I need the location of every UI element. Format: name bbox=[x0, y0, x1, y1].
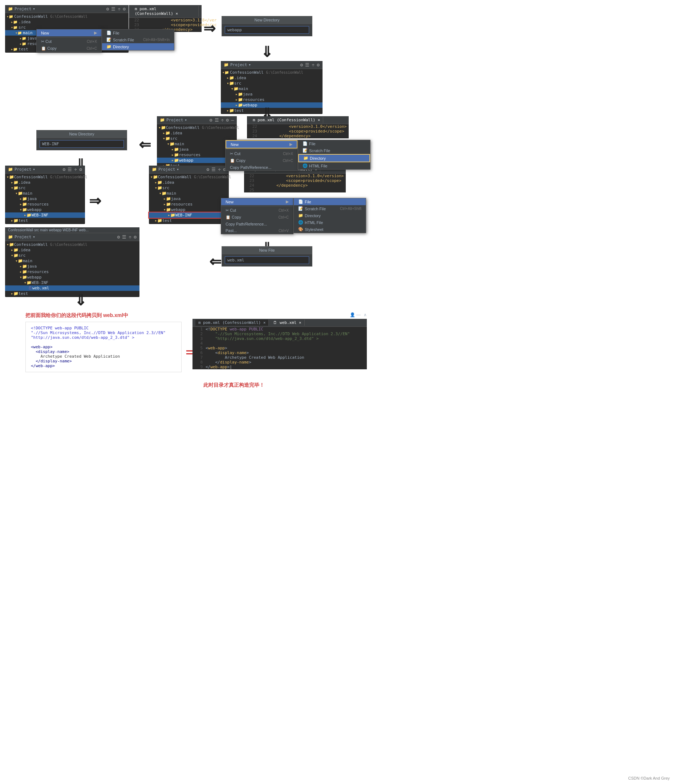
tree-java-3[interactable]: ▸📁 java bbox=[221, 92, 322, 97]
new-dir-input-webapp[interactable] bbox=[225, 26, 309, 34]
tree-src-6r[interactable]: ▾📁 src bbox=[149, 185, 229, 191]
dropdown-icon-3[interactable]: ▾ bbox=[248, 62, 251, 67]
list-icon-3[interactable]: ☰ bbox=[305, 62, 310, 68]
tree-webinf-6r[interactable]: ▸📁 WEB-INF bbox=[149, 212, 229, 218]
list-7[interactable]: ☰ bbox=[122, 234, 126, 240]
ctx-copy-4[interactable]: 📋 Copy Ctrl+C bbox=[226, 157, 297, 164]
ctx-new-1[interactable]: New ▶ bbox=[37, 30, 101, 36]
tree-test-7[interactable]: ▸📁 test bbox=[5, 291, 140, 296]
tree-res-6l[interactable]: ▸📁 resources bbox=[5, 202, 85, 207]
tree-java-7[interactable]: ▸📁 java bbox=[5, 264, 140, 269]
gear-6l[interactable]: ⚙ bbox=[63, 167, 66, 172]
tree-resources-3[interactable]: ▸📁 resources bbox=[221, 97, 322, 103]
tree-main-6r[interactable]: ▾📁 main bbox=[149, 191, 229, 196]
dropdown-icon-1[interactable]: ▾ bbox=[33, 6, 35, 11]
tree-root-6r[interactable]: ▾📁 ConfessionWall G:\ConfessionWall bbox=[149, 174, 229, 180]
ctx-copy-6r[interactable]: 📋 Copy Ctrl+C bbox=[221, 214, 293, 221]
tree-res-7[interactable]: ▸📁 resources bbox=[5, 269, 140, 275]
tree-webapp-6r[interactable]: ▾📁 webapp bbox=[149, 207, 229, 212]
settings-icon-1[interactable]: ⚙ bbox=[123, 6, 126, 12]
set-4[interactable]: ⚙ bbox=[226, 117, 229, 123]
gear-7[interactable]: ⚙ bbox=[117, 234, 120, 240]
editor-tab-10b[interactable]: 🗒 web.xml × bbox=[270, 320, 304, 326]
tree-src-3[interactable]: ▾📁 src bbox=[221, 81, 322, 86]
tree-root-6l[interactable]: ▾📁 ConfessionWall G:\ConfessionWall bbox=[5, 174, 85, 180]
sub-scratch-6r[interactable]: 📝 Scratch File Ctrl+Alt+Shift bbox=[294, 205, 366, 212]
gear-icon-1[interactable]: ⚙ bbox=[106, 6, 109, 12]
div-6l[interactable]: ÷ bbox=[74, 167, 77, 172]
tree-root-4[interactable]: ▾📁 ConfessionWall G:\ConfessionWall bbox=[157, 125, 237, 131]
user-icon-10[interactable]: 👤 — bbox=[350, 312, 361, 317]
tree-webapp-7[interactable]: ▾📁 webapp bbox=[5, 275, 140, 280]
dd-icon-6l[interactable]: ▾ bbox=[33, 167, 35, 172]
sub-css-6r[interactable]: 🎨 Stylesheet bbox=[294, 226, 366, 233]
ctx-cut-4[interactable]: ✂ Cut Ctrl+X bbox=[226, 150, 297, 157]
divider-icon-1[interactable]: ÷ bbox=[118, 6, 121, 12]
ctx-copypath-4[interactable]: Copy Path/Reference... bbox=[226, 164, 297, 171]
sub-html-4[interactable]: 🌐 HTML File bbox=[298, 162, 370, 169]
ctx-copy-1[interactable]: 📋 Copy Ctrl+C bbox=[37, 45, 101, 52]
div-6r[interactable]: ÷ bbox=[218, 167, 221, 172]
tree-idea-7[interactable]: ▸📁 .idea bbox=[5, 247, 140, 253]
sub-file-4[interactable]: 📄 File bbox=[298, 140, 370, 147]
tree-idea-6r[interactable]: ▸📁 .idea bbox=[149, 180, 229, 185]
tree-test-6l[interactable]: ▸📁 test bbox=[5, 218, 85, 223]
list-4[interactable]: ☰ bbox=[215, 117, 219, 123]
tree-java-6l[interactable]: ▸📁 java bbox=[5, 196, 85, 202]
list-6r[interactable]: ☰ bbox=[212, 167, 216, 172]
sub-file-6r[interactable]: 📄 File bbox=[294, 198, 366, 205]
sub-html-6r[interactable]: 🌐 HTML File bbox=[294, 219, 366, 226]
editor-tab-4[interactable]: m pom.xml (ConfessionWall) × bbox=[250, 117, 323, 123]
tree-src-4[interactable]: ▾📁 src bbox=[157, 136, 237, 141]
tree-java-4[interactable]: ▸📁 java bbox=[157, 147, 237, 152]
tree-res-6r[interactable]: ▸📁 resources bbox=[149, 202, 229, 207]
tree-webapp-6l[interactable]: ▾📁 webapp bbox=[5, 207, 85, 212]
dash-4[interactable]: — bbox=[231, 117, 234, 123]
div-7[interactable]: ÷ bbox=[129, 234, 131, 240]
tree-item-root-1[interactable]: ▾📁 ConfessionWall G:\ConfessionWall bbox=[5, 14, 129, 19]
tree-main-3[interactable]: ▾📁 main bbox=[221, 86, 322, 92]
set-6l[interactable]: ⚙ bbox=[79, 167, 82, 172]
sub-scratch-1[interactable]: 📝 Scratch File Ctrl+Alt+Shift+In bbox=[102, 36, 174, 43]
dd-icon-7[interactable]: ▾ bbox=[33, 235, 35, 239]
div-4[interactable]: ÷ bbox=[221, 117, 224, 123]
set-7[interactable]: ⚙ bbox=[134, 234, 137, 240]
tree-main-7[interactable]: ▾📁 main bbox=[5, 258, 140, 264]
tree-src-7[interactable]: ▾📁 src bbox=[5, 253, 140, 258]
tree-java-6r[interactable]: ▸📁 java bbox=[149, 196, 229, 202]
ctx-new-4[interactable]: New ▶ bbox=[226, 140, 297, 149]
tree-webxml-7[interactable]: 🗒 web.xml bbox=[5, 285, 140, 291]
ctx-new-6r[interactable]: New ▶ bbox=[221, 198, 293, 205]
ctx-copypath-6r[interactable]: Copy Path/Reference... bbox=[221, 221, 293, 227]
tree-webinf-6l[interactable]: ▸📁 WEB-INF bbox=[5, 212, 85, 218]
tree-main-6l[interactable]: ▾📁 main bbox=[5, 191, 85, 196]
tree-res-4[interactable]: ▸📁 resources bbox=[157, 152, 237, 158]
ctx-cut-1[interactable]: ✂ Cut Ctrl+X bbox=[37, 38, 101, 45]
tree-src-6l[interactable]: ▾📁 src bbox=[5, 185, 85, 191]
new-dir-input-webinf[interactable] bbox=[40, 140, 124, 148]
tree-item-idea-1[interactable]: ▸📁 .idea bbox=[5, 19, 129, 25]
gear-icon-3[interactable]: ⚙ bbox=[300, 62, 303, 68]
tree-root-3[interactable]: ▾📁 ConfessionWall G:\ConfessionWall bbox=[221, 70, 322, 75]
new-file-input-webxml[interactable] bbox=[225, 257, 309, 264]
tree-root-7[interactable]: ▾📁 ConfessionWall G:\ConfessionWall bbox=[5, 242, 140, 247]
tree-test-6r[interactable]: ▸📁 test bbox=[149, 218, 229, 223]
tree-main-4[interactable]: ▾📁 main bbox=[157, 141, 237, 147]
tree-webapp-4[interactable]: ▸📁 webapp bbox=[157, 158, 237, 163]
dd-icon-4[interactable]: ▾ bbox=[185, 118, 187, 122]
div-icon-3[interactable]: ÷ bbox=[311, 62, 314, 68]
tree-idea-6l[interactable]: ▸📁 .idea bbox=[5, 180, 85, 185]
list-6l[interactable]: ☰ bbox=[68, 167, 72, 172]
ctx-cut-6r[interactable]: ✂ Cut Ctrl+X bbox=[221, 207, 293, 214]
ctx-past-6r[interactable]: Past... Ctrl+V bbox=[221, 227, 293, 234]
sub-dir-6r[interactable]: 📁 Directory bbox=[294, 212, 366, 219]
tree-webinf-7[interactable]: ▾📁 WEB-INF bbox=[5, 280, 140, 285]
sub-file-1[interactable]: 📄 File bbox=[102, 30, 174, 36]
editor-tab-1[interactable]: m pom.xml (ConfessionWall) × bbox=[132, 6, 199, 17]
sub-dir-4[interactable]: 📁 Directory bbox=[298, 154, 370, 162]
dd-icon-6r[interactable]: ▾ bbox=[176, 167, 179, 172]
list-icon-1[interactable]: ☰ bbox=[111, 6, 115, 12]
gear-6r[interactable]: ⚙ bbox=[207, 167, 210, 172]
arrow-up-icon-10[interactable]: ∧ bbox=[364, 312, 367, 317]
sub-scratch-4[interactable]: 📝 Scratch File bbox=[298, 147, 370, 154]
